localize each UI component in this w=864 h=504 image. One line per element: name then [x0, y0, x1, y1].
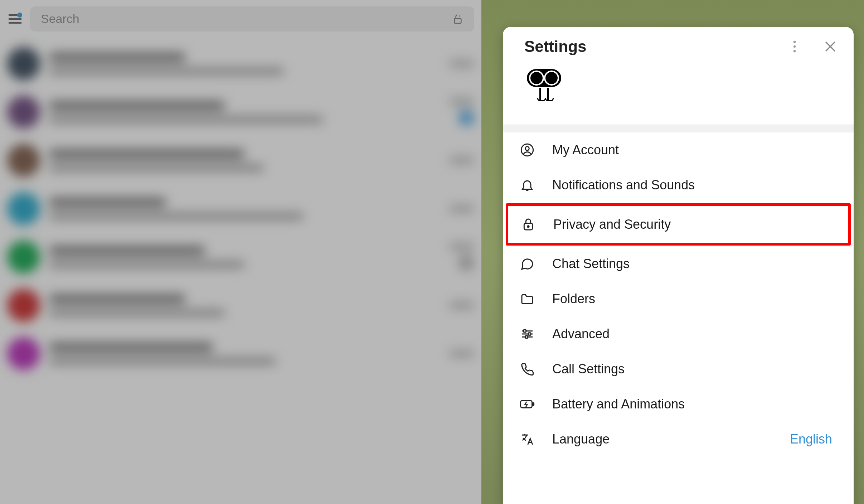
settings-item-language[interactable]: Language English	[503, 422, 854, 457]
menu-button[interactable]	[7, 11, 23, 27]
settings-item-folders[interactable]: Folders	[503, 281, 854, 316]
search-bar[interactable]	[30, 6, 474, 32]
unread-badge	[17, 13, 22, 18]
account-icon	[519, 142, 535, 158]
settings-title: Settings	[524, 38, 778, 55]
settings-item-my-account[interactable]: My Account	[503, 132, 854, 168]
chat-list-sidebar	[0, 0, 481, 504]
chat-icon	[519, 256, 535, 272]
menu-label: Call Settings	[552, 362, 837, 377]
menu-label: My Account	[552, 142, 837, 158]
svg-point-12	[528, 226, 529, 227]
svg-rect-16	[524, 330, 526, 332]
svg-point-4	[793, 41, 796, 43]
settings-header: Settings	[503, 27, 854, 62]
lock-icon	[520, 217, 536, 232]
settings-item-privacy-security[interactable]: Privacy and Security	[506, 203, 851, 246]
close-button[interactable]	[821, 38, 839, 55]
menu-label: Privacy and Security	[553, 217, 836, 232]
chat-list-blurred	[0, 39, 481, 504]
menu-label: Language	[552, 432, 773, 447]
svg-rect-17	[528, 333, 531, 335]
settings-panel: Settings	[503, 27, 854, 504]
menu-label: Folders	[552, 291, 837, 306]
folder-icon	[519, 291, 535, 307]
chat-background: Settings	[481, 0, 864, 504]
menu-label: Notifications and Sounds	[552, 178, 837, 193]
app-root: Settings	[0, 0, 864, 504]
settings-item-battery-animations[interactable]: Battery and Animations	[503, 387, 854, 422]
settings-item-notifications[interactable]: Notifications and Sounds	[503, 168, 854, 203]
svg-rect-20	[533, 403, 534, 406]
sidebar-top-bar	[0, 0, 481, 38]
svg-point-6	[793, 50, 796, 52]
close-icon	[825, 41, 836, 52]
menu-label: Battery and Animations	[552, 397, 837, 412]
profile-avatar	[524, 69, 564, 103]
language-value: English	[790, 432, 837, 447]
settings-menu-list: My Account Notifications and Sounds	[503, 132, 854, 457]
profile-section[interactable]	[503, 62, 854, 125]
battery-icon	[519, 396, 535, 412]
phone-icon	[519, 361, 535, 377]
kebab-icon	[793, 40, 796, 53]
settings-item-call-settings[interactable]: Call Settings	[503, 352, 854, 387]
unlock-icon[interactable]	[452, 13, 463, 25]
menu-label: Advanced	[552, 326, 837, 341]
section-divider	[503, 125, 854, 132]
search-input[interactable]	[41, 12, 445, 26]
svg-point-10	[525, 147, 529, 151]
settings-item-chat-settings[interactable]: Chat Settings	[503, 246, 854, 281]
svg-point-5	[793, 45, 796, 48]
bell-icon	[519, 177, 535, 193]
menu-label: Chat Settings	[552, 256, 837, 271]
svg-rect-3	[455, 18, 461, 23]
settings-item-advanced[interactable]: Advanced	[503, 316, 854, 352]
more-menu-button[interactable]	[786, 38, 804, 55]
language-icon	[519, 431, 535, 447]
svg-rect-18	[525, 336, 528, 338]
sliders-icon	[519, 326, 535, 342]
